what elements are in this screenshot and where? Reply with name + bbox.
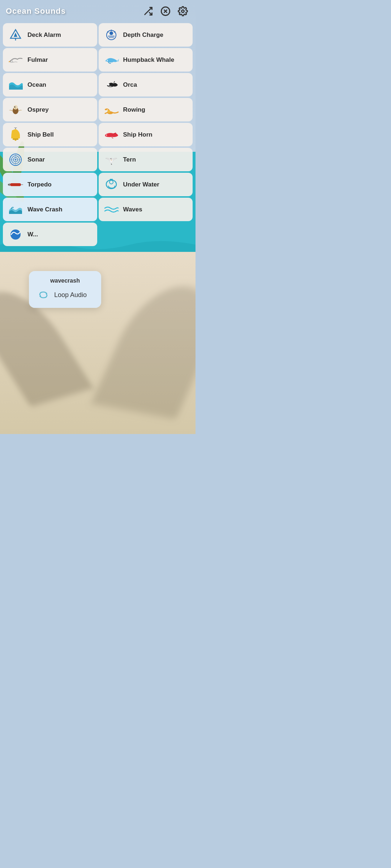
sonar-label: Sonar xyxy=(27,156,45,163)
deck-alarm-label: Deck Alarm xyxy=(27,31,61,39)
popup-title: wavecrash xyxy=(38,278,93,284)
sound-item-fulmar[interactable]: Fulmar xyxy=(3,48,97,72)
waves-icon xyxy=(104,202,119,217)
svg-point-24 xyxy=(13,105,18,109)
sound-item-osprey[interactable]: Osprey xyxy=(3,98,97,121)
depth-charge-label: Depth Charge xyxy=(123,31,163,39)
ocean-icon xyxy=(8,77,23,93)
svg-rect-45 xyxy=(8,184,9,185)
osprey-label: Osprey xyxy=(27,106,49,113)
rowing-label: Rowing xyxy=(123,106,145,113)
close-button[interactable] xyxy=(159,4,172,18)
orca-label: Orca xyxy=(123,81,137,89)
waves-label: Waves xyxy=(123,206,142,213)
svg-point-8 xyxy=(182,10,184,13)
tern-label: Tern xyxy=(123,156,136,163)
sound-item-rowing[interactable]: Rowing xyxy=(99,98,193,121)
wave-crash-label: Wave Crash xyxy=(27,206,63,213)
sound-item-tern[interactable]: Tern xyxy=(99,148,193,171)
sound-item-humpback-whale[interactable]: Humpback Whale xyxy=(99,48,193,72)
close-icon xyxy=(160,6,171,16)
sound-item-waves[interactable]: Waves xyxy=(99,198,193,221)
under-water-label: Under Water xyxy=(123,181,159,188)
w-partial-icon xyxy=(8,227,23,242)
sound-item-ship-bell[interactable]: Ship Bell xyxy=(3,123,97,146)
svg-point-19 xyxy=(10,60,13,63)
sounds-grid: Deck Alarm Depth Charge xyxy=(0,22,196,248)
orca-icon xyxy=(104,77,119,93)
loop-audio-label: Loop Audio xyxy=(54,291,87,299)
settings-button[interactable] xyxy=(176,4,190,18)
deck-alarm-icon xyxy=(8,27,23,43)
settings-icon xyxy=(178,6,188,16)
rowing-icon xyxy=(104,102,119,117)
loop-icon xyxy=(38,289,49,301)
shuffle-icon xyxy=(143,6,153,16)
sound-item-w-partial[interactable]: W... xyxy=(3,223,97,246)
svg-point-22 xyxy=(107,83,109,85)
sound-item-deck-alarm[interactable]: Deck Alarm xyxy=(3,23,97,47)
fulmar-label: Fulmar xyxy=(27,56,48,64)
w-partial-label: W... xyxy=(27,231,38,238)
main-content: Ocean Sounds xyxy=(0,0,196,248)
fulmar-icon xyxy=(8,52,23,68)
ship-horn-icon xyxy=(104,127,119,142)
sound-item-orca[interactable]: Orca xyxy=(99,73,193,96)
svg-point-42 xyxy=(111,158,111,159)
humpback-whale-icon xyxy=(104,52,119,68)
sound-item-depth-charge[interactable]: Depth Charge xyxy=(99,23,193,47)
sound-item-under-water[interactable]: Under Water xyxy=(99,173,193,196)
ocean-label: Ocean xyxy=(27,81,46,89)
torpedo-label: Torpedo xyxy=(27,181,52,188)
header-icons xyxy=(141,4,190,18)
sound-item-torpedo[interactable]: Torpedo xyxy=(3,173,97,196)
popup-menu[interactable]: wavecrash Loop Audio xyxy=(29,271,101,308)
app-header: Ocean Sounds xyxy=(0,0,196,22)
svg-point-25 xyxy=(14,106,16,107)
svg-point-50 xyxy=(10,229,21,240)
svg-marker-10 xyxy=(14,33,17,37)
loop-audio-action[interactable]: Loop Audio xyxy=(38,289,93,301)
ship-bell-label: Ship Bell xyxy=(27,131,54,138)
app-title: Ocean Sounds xyxy=(6,7,66,16)
svg-point-28 xyxy=(105,109,107,110)
svg-rect-43 xyxy=(10,183,21,186)
humpback-whale-label: Humpback Whale xyxy=(123,56,175,64)
osprey-icon xyxy=(8,102,23,117)
under-water-icon xyxy=(104,177,119,192)
sound-item-wave-crash[interactable]: Wave Crash xyxy=(3,198,97,221)
torpedo-icon xyxy=(8,177,23,192)
ship-horn-label: Ship Horn xyxy=(123,131,152,138)
svg-point-20 xyxy=(10,61,11,61)
svg-point-47 xyxy=(109,180,113,184)
sound-item-sonar[interactable]: Sonar xyxy=(3,148,97,171)
wave-crash-icon xyxy=(8,202,23,217)
ship-bell-icon xyxy=(8,127,23,142)
sonar-icon xyxy=(8,152,23,167)
shuffle-button[interactable] xyxy=(141,4,155,18)
svg-point-13 xyxy=(109,31,113,35)
depth-charge-icon xyxy=(104,27,119,43)
sound-item-ship-horn[interactable]: Ship Horn xyxy=(99,123,193,146)
svg-point-30 xyxy=(15,139,17,141)
svg-point-21 xyxy=(107,60,108,61)
svg-point-33 xyxy=(106,134,107,136)
tern-icon xyxy=(104,152,119,167)
sound-item-ocean[interactable]: Ocean xyxy=(3,73,97,96)
